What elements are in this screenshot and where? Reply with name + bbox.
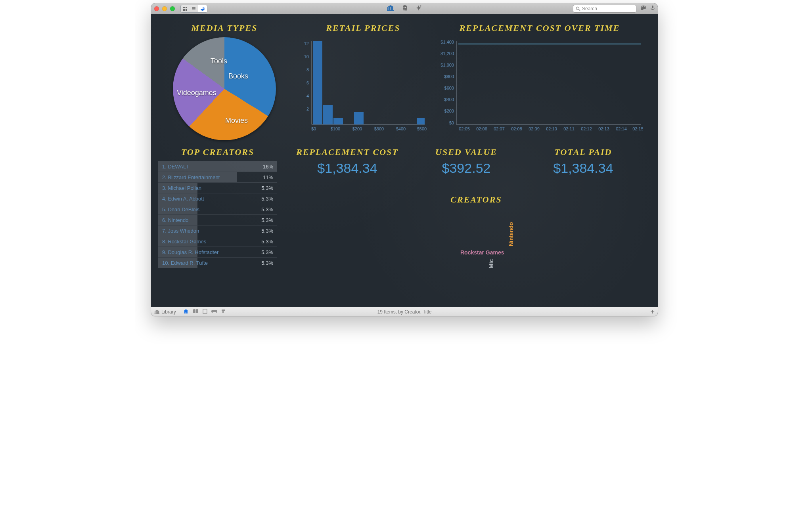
drill-icon[interactable] <box>221 309 227 315</box>
gamepad-icon[interactable] <box>211 309 217 315</box>
top-creator-row[interactable]: 8. Rockstar Games5.3% <box>158 236 277 247</box>
window-controls <box>154 6 175 11</box>
svg-rect-3 <box>186 9 187 11</box>
creators-cloud: Rockstar Games Nintendo Mic <box>421 221 532 288</box>
creators-cloud-title: CREATORS <box>421 195 532 205</box>
top-creator-row[interactable]: 7. Joss Whedon5.3% <box>158 226 277 236</box>
svg-text:02:06: 02:06 <box>476 126 487 131</box>
search-icon <box>576 6 580 11</box>
library-label[interactable]: Library <box>154 309 176 315</box>
cloud-mic: Mic <box>488 259 494 268</box>
svg-point-19 <box>420 5 421 6</box>
add-button[interactable]: + <box>650 308 655 315</box>
svg-text:$0: $0 <box>449 120 454 125</box>
monster-icon[interactable] <box>401 5 408 13</box>
top-creator-pct: 5.3% <box>261 217 273 223</box>
replacement-over-time-section: REPLACEMENT COST OVER TIME $1,400 $1,200… <box>437 23 643 138</box>
titlebar: Search <box>151 3 658 14</box>
stat-replacement-value: $1,384.34 <box>288 161 407 176</box>
chart-view-icon[interactable] <box>198 5 207 12</box>
pie-label-videogames: Videogames <box>177 89 216 97</box>
svg-point-20 <box>576 7 579 10</box>
zoom-button[interactable] <box>170 6 175 11</box>
media-types-title: MEDIA TYPES <box>167 23 282 33</box>
stat-replacement-title: REPLACEMENT COST <box>288 147 407 157</box>
top-creator-row[interactable]: 9. Douglas R. Hofstadter5.3% <box>158 247 277 258</box>
top-creator-row[interactable]: 5. Dean DeBlois5.3% <box>158 204 277 215</box>
svg-rect-10 <box>392 7 393 11</box>
stat-used-amount: $392.52 <box>421 161 512 176</box>
mic-icon[interactable] <box>651 5 655 12</box>
top-creator-row[interactable]: 10. Edward R. Tufte5.3% <box>158 258 277 268</box>
top-creator-name: 6. Nintendo <box>162 217 189 223</box>
svg-text:$0: $0 <box>311 126 316 131</box>
svg-text:02:10: 02:10 <box>546 126 557 131</box>
view-mode-segmented[interactable] <box>180 5 207 13</box>
bottom-category-icons <box>183 309 227 315</box>
top-creator-name: 9. Douglas R. Hofstadter <box>162 249 218 255</box>
top-creators-list: 1. DEWALT16%2. Blizzard Entertainment11%… <box>158 161 277 268</box>
library-icon[interactable] <box>387 5 394 13</box>
library-small-icon <box>154 310 160 314</box>
close-button[interactable] <box>154 6 159 11</box>
top-creator-row[interactable]: 4. Edwin A. Abbott5.3% <box>158 193 277 204</box>
stat-used-title: USED VALUE <box>421 147 512 157</box>
cloud-nintendo: Nintendo <box>508 222 514 246</box>
top-creator-name: 1. DEWALT <box>162 164 189 170</box>
svg-text:$600: $600 <box>444 86 454 90</box>
svg-text:10: 10 <box>304 54 309 59</box>
stat-used-value: USED VALUE $392.52 <box>421 147 512 176</box>
search-placeholder: Search <box>582 6 597 11</box>
replacement-over-time-chart: $1,400 $1,200 $1,000 $800 $600 $400 $200… <box>437 33 643 136</box>
bottombar: Library 19 Items, by Cre <box>151 307 658 316</box>
top-creator-row[interactable]: 6. Nintendo5.3% <box>158 215 277 226</box>
book-icon[interactable] <box>193 309 199 315</box>
svg-text:$400: $400 <box>444 97 454 102</box>
list-view-icon[interactable] <box>190 5 198 12</box>
top-creator-row[interactable]: 1. DEWALT16% <box>158 161 277 172</box>
media-types-section: MEDIA TYPES Books Movies Videogames Tool… <box>167 23 282 140</box>
top-creator-pct: 16% <box>263 164 273 170</box>
retail-prices-chart: 12 10 8 6 4 2 $0 $100 $200 $300 $400 $50… <box>298 33 429 136</box>
stat-paid-title: TOTAL PAID <box>532 147 635 157</box>
svg-text:4: 4 <box>306 94 309 98</box>
top-creator-row[interactable]: 2. Blizzard Entertainment11% <box>158 172 277 183</box>
grid-view-icon[interactable] <box>181 5 190 12</box>
stat-total-paid: TOTAL PAID $1,384.34 <box>532 147 635 176</box>
sparkle-icon[interactable] <box>416 5 422 13</box>
top-creator-pct: 5.3% <box>261 196 273 202</box>
top-creator-row[interactable]: 3. Michael Pollan5.3% <box>158 183 277 193</box>
svg-point-22 <box>642 8 642 8</box>
top-creator-pct: 5.3% <box>261 239 273 245</box>
search-input[interactable]: Search <box>573 5 636 13</box>
svg-text:12: 12 <box>304 41 309 46</box>
top-creator-name: 10. Edward R. Tufte <box>162 260 208 266</box>
svg-text:02:11: 02:11 <box>563 126 575 131</box>
svg-rect-45 <box>354 112 364 124</box>
film-icon[interactable] <box>203 309 207 315</box>
svg-rect-11 <box>387 10 394 11</box>
svg-rect-2 <box>183 9 185 11</box>
pie-label-books: Books <box>228 72 248 80</box>
svg-text:$200: $200 <box>352 126 362 131</box>
svg-line-21 <box>579 10 580 11</box>
svg-text:02:13: 02:13 <box>598 126 609 131</box>
svg-text:$100: $100 <box>331 126 340 131</box>
replacement-over-time-title: REPLACEMENT COST OVER TIME <box>437 23 643 33</box>
svg-rect-0 <box>183 7 185 8</box>
top-creators-title: TOP CREATORS <box>158 147 277 157</box>
svg-text:$800: $800 <box>444 74 454 79</box>
top-creator-name: 4. Edwin A. Abbott <box>162 196 204 202</box>
svg-rect-9 <box>391 7 392 11</box>
top-creator-name: 7. Joss Whedon <box>162 228 199 234</box>
minimize-button[interactable] <box>162 6 167 11</box>
pie-label-movies: Movies <box>225 117 248 125</box>
svg-rect-46 <box>417 118 425 124</box>
creators-cloud-section: CREATORS Rockstar Games Nintendo Mic <box>421 195 532 288</box>
svg-rect-7 <box>387 7 389 11</box>
svg-text:2: 2 <box>306 107 309 111</box>
home-icon[interactable] <box>183 309 189 315</box>
svg-text:$400: $400 <box>396 126 406 131</box>
svg-text:02:05: 02:05 <box>459 126 470 131</box>
palette-icon[interactable] <box>640 5 647 12</box>
